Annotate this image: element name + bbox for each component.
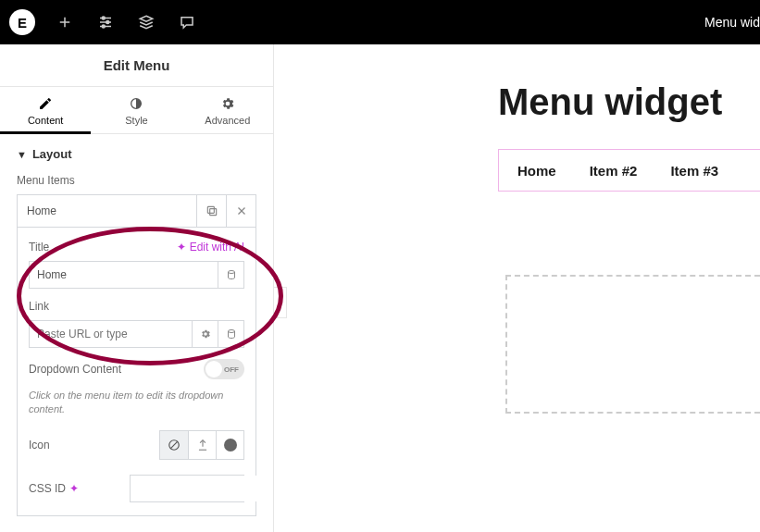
dropdown-content-toggle[interactable]: OFF bbox=[204, 359, 244, 379]
dropdown-content-label: Dropdown Content bbox=[29, 363, 121, 376]
panel-tabs: Content Style Advanced bbox=[0, 86, 273, 134]
edit-with-ai-link[interactable]: ✦ Edit with AI bbox=[177, 241, 244, 254]
link-dynamic-button[interactable] bbox=[218, 321, 243, 347]
panel-collapse-handle[interactable]: ‹ bbox=[274, 287, 287, 318]
svg-rect-9 bbox=[209, 209, 216, 216]
empty-section-placeholder[interactable] bbox=[505, 275, 760, 414]
panel-body: ▼ Layout Menu Items Home Title ✦ Edit wi… bbox=[0, 134, 273, 532]
tab-content[interactable]: Content bbox=[0, 87, 91, 133]
menu-preview-item[interactable]: Item #3 bbox=[670, 163, 718, 179]
editor-panel: Edit Menu Content Style Advanced ▼ Layou… bbox=[0, 44, 274, 532]
dynamic-tag-button[interactable] bbox=[218, 262, 243, 288]
settings-icon[interactable] bbox=[85, 0, 126, 44]
topbar: E Menu wid bbox=[0, 0, 760, 44]
css-id-label: CSS ID ✦ bbox=[29, 482, 79, 495]
menu-preview-item[interactable]: Home bbox=[517, 163, 556, 179]
page-heading: Menu widget bbox=[498, 81, 760, 123]
icon-none-button[interactable] bbox=[160, 431, 188, 459]
icon-button-group bbox=[159, 430, 244, 460]
svg-line-16 bbox=[170, 441, 178, 449]
tab-style[interactable]: Style bbox=[91, 87, 181, 133]
menu-preview-item[interactable]: Item #2 bbox=[590, 163, 638, 179]
svg-point-7 bbox=[102, 25, 105, 28]
elementor-logo[interactable]: E bbox=[0, 0, 44, 44]
title-input-row bbox=[29, 261, 244, 289]
css-id-input[interactable] bbox=[131, 476, 273, 501]
dropdown-hint: Click on the menu item to edit its dropd… bbox=[29, 389, 244, 417]
document-title: Menu wid bbox=[704, 15, 760, 30]
tab-advanced[interactable]: Advanced bbox=[182, 87, 273, 133]
section-layout-toggle[interactable]: ▼ Layout bbox=[17, 147, 256, 161]
structure-icon[interactable] bbox=[126, 0, 167, 44]
link-input-row bbox=[29, 320, 244, 348]
link-options-button[interactable] bbox=[192, 321, 218, 347]
menu-item-label: Home bbox=[18, 195, 196, 227]
caret-down-icon: ▼ bbox=[17, 149, 27, 160]
topbar-left: E bbox=[0, 0, 207, 44]
menu-item-subpanel: Title ✦ Edit with AI Link bbox=[17, 228, 256, 516]
svg-point-13 bbox=[228, 271, 234, 274]
menu-items-label: Menu Items bbox=[17, 174, 256, 187]
icon-library-button[interactable] bbox=[216, 431, 243, 459]
icon-label: Icon bbox=[29, 439, 50, 452]
menu-item-row[interactable]: Home bbox=[17, 194, 256, 228]
comment-icon[interactable] bbox=[167, 0, 207, 44]
remove-item-button[interactable] bbox=[226, 195, 255, 227]
link-label: Link bbox=[29, 300, 244, 313]
css-id-input-row bbox=[130, 475, 244, 502]
duplicate-item-button[interactable] bbox=[196, 195, 226, 227]
menu-widget-preview[interactable]: Home Item #2 Item #3 bbox=[498, 149, 760, 192]
ai-sparkle-icon: ✦ bbox=[69, 482, 79, 495]
title-label: Title bbox=[29, 241, 49, 254]
svg-rect-10 bbox=[207, 206, 214, 213]
ai-sparkle-icon: ✦ bbox=[177, 241, 186, 254]
svg-point-14 bbox=[228, 330, 234, 333]
add-element-button[interactable] bbox=[44, 0, 85, 44]
svg-point-5 bbox=[106, 21, 109, 24]
title-input[interactable] bbox=[30, 262, 218, 288]
preview-canvas: Menu widget Home Item #2 Item #3 bbox=[287, 44, 760, 532]
svg-point-3 bbox=[102, 17, 105, 19]
link-input[interactable] bbox=[30, 321, 192, 347]
icon-upload-button[interactable] bbox=[188, 431, 216, 459]
panel-title: Edit Menu bbox=[0, 44, 273, 86]
